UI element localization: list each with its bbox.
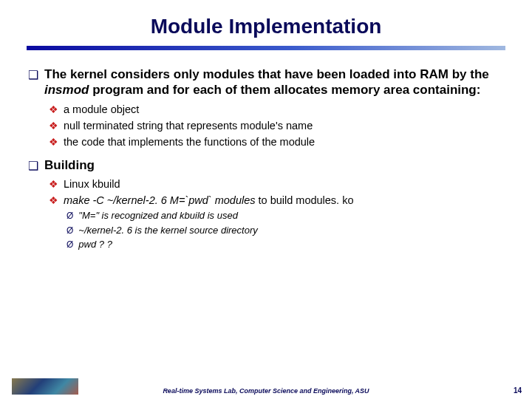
diamond-bullet-icon: ❖ <box>49 120 58 132</box>
diamond-bullet-icon: ❖ <box>49 194 58 206</box>
square-bullet-icon: ❑ <box>28 159 38 173</box>
slide-content: ❑The kernel considers only modules that … <box>28 66 504 250</box>
bullet-level1: ❑Building <box>28 157 504 173</box>
bullet-text: null terminated string that represents m… <box>64 119 313 132</box>
bullet-level2: ❖a module object <box>49 103 504 116</box>
bullet-level2: ❖null terminated string that represents … <box>49 119 504 132</box>
bullet-level3: Øpwd ? ? <box>66 239 504 250</box>
bullet-text: make -C ~/kernel-2. 6 M=`pwd` modules to… <box>64 194 354 207</box>
title-rule <box>27 46 505 50</box>
triangle-bullet-icon: Ø <box>66 225 73 236</box>
bullet-level2: ❖the code that implements the functions … <box>49 135 504 149</box>
diamond-bullet-icon: ❖ <box>49 136 58 148</box>
bullet-text: Linux kbuild <box>64 177 120 191</box>
page-number: 14 <box>514 386 522 395</box>
bullet-level3: Ø~/kernel-2. 6 is the kernel source dire… <box>66 225 504 236</box>
triangle-bullet-icon: Ø <box>66 211 73 221</box>
footer-text: Real-time Systems Lab, Computer Science … <box>0 387 532 395</box>
bullet-level2: ❖Linux kbuild <box>49 177 504 191</box>
triangle-bullet-icon: Ø <box>66 239 73 250</box>
bullet-text: the code that implements the functions o… <box>64 135 315 149</box>
bullet-text: Building <box>44 157 95 173</box>
bullet-level1: ❑The kernel considers only modules that … <box>28 66 504 98</box>
slide-title: Module Implementation <box>28 15 504 38</box>
bullet-level2: ❖make -C ~/kernel-2. 6 M=`pwd` modules t… <box>49 194 504 207</box>
bullet-text: a module object <box>64 103 139 116</box>
bullet-text: "M=" is recognized and kbuild is used <box>78 210 238 222</box>
bullet-level3: Ø"M=" is recognized and kbuild is used <box>66 210 504 222</box>
diamond-bullet-icon: ❖ <box>49 103 58 115</box>
footer: Real-time Systems Lab, Computer Science … <box>0 377 532 399</box>
bullet-text: pwd ? ? <box>78 239 112 250</box>
diamond-bullet-icon: ❖ <box>49 178 58 190</box>
square-bullet-icon: ❑ <box>28 68 38 82</box>
bullet-text: The kernel considers only modules that h… <box>44 66 504 98</box>
bullet-text: ~/kernel-2. 6 is the kernel source direc… <box>78 225 257 236</box>
